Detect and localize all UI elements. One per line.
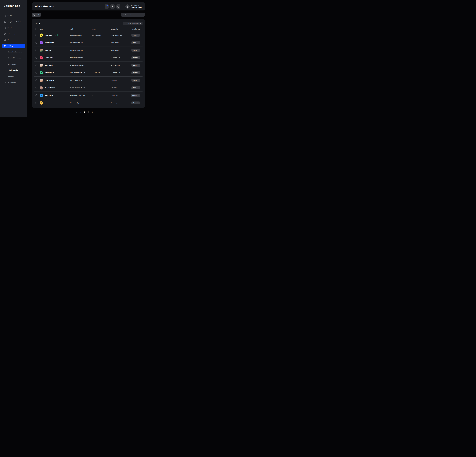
role-dropdown[interactable]: Viewer — [131, 102, 140, 104]
table-row: IIsabella Leechris.brown@spresto.com-2 h… — [34, 99, 143, 107]
support-button[interactable] — [116, 4, 120, 8]
row-checkbox[interactable] — [35, 102, 37, 104]
role-dropdown[interactable]: Viewer — [131, 79, 140, 82]
search-icon — [122, 14, 124, 16]
sort-dropdown[interactable]: Joined At (Newest) — [123, 22, 143, 25]
bullet-dot — [5, 64, 6, 64]
invite-label: Invite — [36, 14, 40, 16]
notifications-button[interactable] — [105, 4, 109, 8]
role-label: Edior — [133, 42, 136, 43]
profile-avatar[interactable] — [125, 4, 130, 8]
chevron-down-icon — [137, 65, 138, 66]
next-page-button[interactable]: › — [95, 111, 97, 113]
member-last-login: 2 hours ago — [111, 102, 131, 104]
member-last-login: 12 minutes ago — [111, 57, 131, 59]
user-name: Jasmine Jeong — [131, 7, 142, 8]
select-all-checkbox[interactable] — [35, 28, 37, 30]
sidebar-item-settings[interactable]: Settings — [2, 44, 25, 48]
sidebar-item-admin-members[interactable]: Admin Members — [0, 67, 27, 73]
member-avatar: O — [40, 71, 43, 75]
sidebar-item-events[interactable]: Events — [0, 25, 27, 31]
role-dropdown[interactable]: Viewer — [131, 56, 140, 59]
member-phone: 010-9168-1812 — [92, 34, 111, 36]
row-checkbox[interactable] — [35, 87, 37, 89]
info-button[interactable] — [110, 4, 115, 8]
role-label: Owner — [133, 65, 137, 66]
sidebar-item-event-lock[interactable]: Event Lock — [0, 61, 27, 67]
member-avatar: N — [40, 94, 43, 97]
search-input[interactable] — [125, 14, 143, 16]
sidebar-item-suspicious-activities[interactable]: Suspicious Activities — [0, 19, 27, 25]
total-count-wrap: Total 26 — [34, 23, 40, 24]
last-page-button[interactable]: » — [99, 111, 101, 113]
member-phone: - — [92, 94, 111, 96]
member-email: user1@spresto.com — [70, 34, 92, 36]
member-last-login: 58 minutes ago — [111, 72, 131, 74]
member-email: rizzy040520@gmail.com — [70, 64, 92, 66]
page-button-2[interactable]: 2 — [87, 111, 89, 113]
sidebar-item-admin-logs[interactable]: Admin Logs — [0, 31, 27, 37]
sidebar-item-my-page[interactable]: My Page — [0, 73, 27, 79]
sidebar-item-detection-scenarios[interactable]: Detection Scenarios — [0, 49, 27, 55]
member-phone: - — [92, 42, 111, 43]
member-name: Olivia Brown — [45, 72, 54, 74]
member-email: emily.white@spresto.com — [70, 94, 92, 96]
row-checkbox[interactable] — [35, 42, 37, 44]
role-dropdown[interactable]: Owner — [131, 64, 140, 67]
role-dropdown[interactable]: Viewer — [131, 49, 140, 52]
sidebar-item-blocked-programs[interactable]: Blocked Programs — [0, 55, 27, 61]
column-header-phone: Phone — [92, 28, 111, 30]
info-bubble-icon — [111, 5, 114, 8]
table-row: Shen Rickyrizzy040520@gmail.com-31 minut… — [34, 61, 143, 69]
table-row: Mark Leemark_88@spresto.com-6 minutes ag… — [34, 46, 143, 54]
first-page-button[interactable]: « — [76, 111, 78, 113]
member-avatar-photo — [40, 86, 43, 90]
role-dropdown[interactable]: Viewer — [131, 71, 140, 74]
main-content: Admin Members — [32, 0, 145, 117]
sidebar: MONITOR DOG Dashboard Suspicious Activit… — [0, 0, 27, 117]
row-checkbox[interactable] — [35, 57, 37, 59]
member-email: lisa.johnson@spresto.com — [70, 87, 92, 89]
member-avatar: I — [40, 101, 43, 105]
role-dropdown[interactable]: Edior — [131, 41, 140, 44]
page-header: Admin Members — [32, 2, 145, 10]
role-dropdown[interactable]: Edior — [131, 86, 140, 89]
chevron-down-icon — [140, 23, 141, 24]
sidebar-menu: Dashboard Suspicious Activities Events — [0, 13, 27, 85]
row-checkbox[interactable] — [35, 94, 37, 96]
members-table-card: Total 26 Joined At (Newest) Name Email — [32, 19, 145, 108]
table-row: HHames Whitejane.doe@spresto.com-4 minut… — [34, 39, 143, 46]
sidebar-item-users[interactable]: Users — [0, 37, 27, 43]
role-dropdown[interactable]: Owner — [131, 34, 140, 37]
sidebar-item-organization[interactable]: Organization — [0, 79, 27, 85]
member-email: chris.brown@spresto.com — [70, 102, 92, 104]
role-dropdown[interactable]: Manager — [131, 94, 140, 97]
member-name: Shen Ricky — [45, 64, 53, 66]
row-checkbox[interactable] — [35, 72, 37, 74]
member-name: Jehak Lee — [45, 34, 52, 36]
page-button-1[interactable]: 1 — [83, 111, 85, 113]
sidebar-item-dashboard[interactable]: Dashboard — [0, 13, 27, 19]
member-last-login: 4 minutes ago — [111, 42, 131, 43]
member-name: Emma Clark — [45, 57, 53, 59]
role-label: Edior — [133, 87, 136, 88]
member-phone: - — [92, 102, 111, 104]
history-clock-icon — [4, 33, 6, 35]
chevron-down-icon — [137, 102, 138, 103]
row-checkbox[interactable] — [35, 49, 37, 51]
prev-page-button[interactable]: ‹ — [79, 111, 82, 113]
member-name: Noah Young — [45, 94, 53, 96]
sort-label: Joined At (Newest) — [127, 23, 139, 24]
member-email: jane.doe@spresto.com — [70, 42, 92, 43]
row-checkbox[interactable] — [35, 79, 37, 81]
pagination: «‹123›» — [32, 110, 145, 114]
chevron-down-icon — [137, 72, 138, 73]
dashboard-grid-icon — [4, 15, 6, 17]
page-button-3[interactable]: 3 — [91, 111, 94, 113]
row-checkbox[interactable] — [35, 64, 37, 66]
member-name: Mark Lee — [45, 49, 51, 51]
row-checkbox[interactable] — [35, 34, 37, 36]
member-name: Isabella Lee — [45, 102, 53, 104]
gear-icon — [4, 45, 6, 47]
invite-button[interactable]: Invite — [32, 13, 41, 17]
